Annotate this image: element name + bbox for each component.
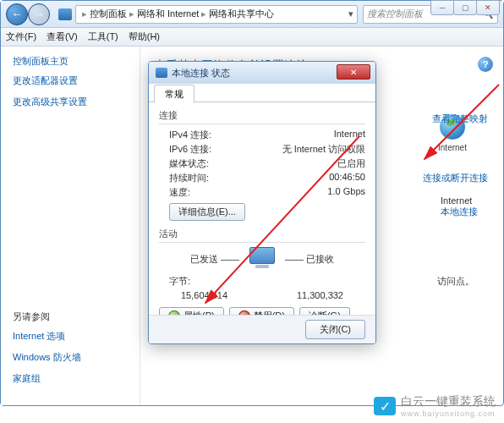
dialog-titlebar[interactable]: 本地连接 状态 ✕	[149, 62, 375, 84]
ipv4-value: Internet	[334, 129, 365, 141]
sent-label: 已发送 ——	[190, 253, 239, 266]
back-button[interactable]: ←	[6, 3, 28, 25]
menu-bar: 文件(F) 查看(V) 工具(T) 帮助(H)	[1, 28, 503, 47]
view-full-map-link[interactable]: 查看完整映射	[432, 113, 488, 125]
dialog-title: 本地连接 状态	[172, 67, 230, 80]
forward-button[interactable]: →	[28, 3, 50, 25]
received-label: —— 已接收	[285, 253, 334, 266]
watermark-url: www.baiyunxitong.com	[401, 409, 496, 418]
watermark-logo-icon: ✓	[374, 397, 396, 415]
menu-view[interactable]: 查看(V)	[47, 30, 78, 43]
ipv4-row: IPv4 连接:Internet	[159, 129, 365, 141]
dialog-body: 连接 IPv4 连接:Internet IPv6 连接:无 Internet 访…	[149, 102, 375, 315]
connect-or-disconnect-link[interactable]: 连接或断开连接	[423, 172, 488, 184]
search-placeholder: 搜索控制面板	[367, 8, 423, 20]
see-also-header: 另请参阅	[13, 310, 81, 323]
menu-tools[interactable]: 工具(T)	[88, 30, 118, 43]
sidebar-advanced-sharing[interactable]: 更改高级共享设置	[13, 96, 140, 108]
details-button[interactable]: 详细信息(E)...	[169, 203, 245, 221]
access-type-value: Internet	[441, 195, 478, 206]
access-point-text: 访问点。	[437, 275, 474, 288]
control-panel-icon	[58, 8, 72, 20]
internet-label: Internet	[436, 143, 469, 152]
breadcrumb-item[interactable]: 网络和共享中心	[209, 8, 274, 20]
activity-section-header: 活动	[159, 228, 365, 240]
breadcrumb[interactable]: ▸ 控制面板 ▸ 网络和 Internet ▸ 网络和共享中心 ▾	[75, 5, 358, 24]
tab-general[interactable]: 常规	[154, 85, 194, 103]
sidebar-home[interactable]: 控制面板主页	[13, 55, 140, 68]
sidebar-see-also: 另请参阅 Internet 选项 Windows 防火墙 家庭组	[13, 310, 81, 393]
media-label: 媒体状态:	[169, 157, 209, 170]
sidebar: 控制面板主页 更改适配器设置 更改高级共享设置 另请参阅 Internet 选项…	[1, 47, 140, 405]
close-button[interactable]: ✕	[476, 0, 500, 15]
dialog-footer: 关闭(C)	[149, 315, 375, 343]
speed-label: 速度:	[169, 186, 190, 199]
chevron-right-icon: ▸	[201, 8, 206, 19]
bytes-sent-value: 15,604,414	[181, 290, 227, 300]
connect-disconnect-wrap: 连接或断开连接	[423, 172, 488, 184]
watermark: ✓ 白云一键重装系统 www.baiyunxitong.com	[374, 394, 496, 418]
sidebar-internet-options[interactable]: Internet 选项	[13, 330, 81, 343]
full-map-link-wrap: 查看完整映射	[432, 113, 488, 125]
breadcrumb-item[interactable]: 网络和 Internet	[137, 8, 199, 20]
ipv6-row: IPv6 连接:无 Internet 访问权限	[159, 143, 365, 156]
duration-row: 持续时间:00:46:50	[159, 172, 365, 184]
chevron-down-icon[interactable]: ▾	[348, 8, 353, 19]
connection-section-header: 连接	[159, 109, 365, 122]
sidebar-windows-firewall[interactable]: Windows 防火墙	[13, 351, 81, 364]
divider	[159, 242, 365, 243]
status-dialog: 本地连接 状态 ✕ 常规 连接 IPv4 连接:Internet IPv6 连接…	[148, 61, 376, 344]
tab-strip: 常规	[149, 84, 375, 102]
speed-value: 1.0 Gbps	[327, 186, 365, 199]
sidebar-homegroup[interactable]: 家庭组	[13, 372, 81, 385]
ipv6-label: IPv6 连接:	[169, 143, 211, 156]
duration-value: 00:46:50	[329, 172, 365, 184]
minimize-button[interactable]: ─	[430, 0, 454, 15]
bytes-label: 字节:	[169, 275, 190, 288]
ipv6-value: 无 Internet 访问权限	[282, 143, 365, 156]
media-value: 已启用	[337, 157, 365, 170]
activity-block: 已发送 —— —— 已接收 字节: 15,604,414 11,300,332	[159, 247, 365, 300]
dialog-close-button[interactable]: ✕	[337, 64, 370, 80]
help-icon[interactable]: ?	[478, 57, 493, 72]
maximize-button[interactable]: ▢	[453, 0, 477, 15]
close-dialog-button[interactable]: 关闭(C)	[305, 320, 365, 339]
ipv4-label: IPv4 连接:	[169, 129, 211, 141]
nav-buttons: ← →	[6, 3, 50, 25]
local-connection-link[interactable]: 本地连接	[441, 206, 478, 218]
sidebar-adapter-settings[interactable]: 更改适配器设置	[13, 74, 140, 87]
watermark-brand: 白云一键重装系统	[401, 394, 496, 408]
divider	[159, 124, 365, 124]
chevron-right-icon: ▸	[129, 8, 134, 19]
breadcrumb-item[interactable]: 控制面板	[90, 8, 127, 20]
speed-row: 速度:1.0 Gbps	[159, 186, 365, 199]
media-row: 媒体状态:已启用	[159, 157, 365, 170]
chevron-right-icon: ▸	[82, 8, 87, 19]
menu-help[interactable]: 帮助(H)	[129, 30, 160, 43]
bytes-recv-value: 11,300,332	[297, 290, 343, 300]
window-controls: ─ ▢ ✕	[431, 0, 500, 15]
titlebar: ← → ▸ 控制面板 ▸ 网络和 Internet ▸ 网络和共享中心 ▾ 搜索…	[1, 1, 503, 28]
computer-icon	[248, 247, 277, 271]
network-icon	[156, 68, 167, 78]
duration-label: 持续时间:	[169, 172, 209, 184]
access-type-section: Internet 本地连接	[441, 195, 478, 218]
menu-file[interactable]: 文件(F)	[6, 30, 36, 43]
